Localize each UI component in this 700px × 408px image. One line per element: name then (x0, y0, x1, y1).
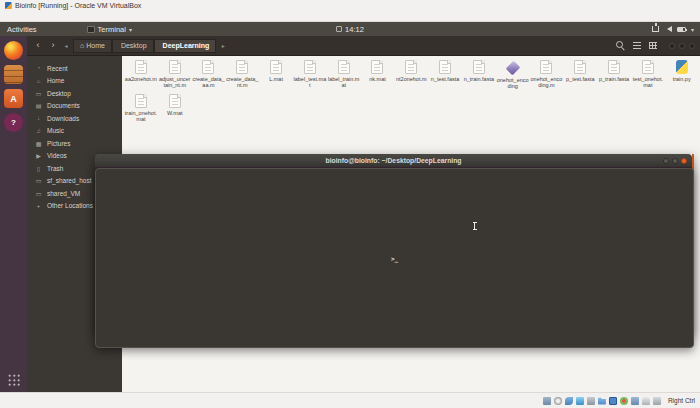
optical-disc-icon[interactable] (554, 397, 562, 405)
terminal-minimize-icon[interactable] (663, 158, 669, 164)
files-app-icon[interactable] (4, 65, 23, 84)
terminal-app-icon[interactable]: >_ (95, 168, 694, 348)
back-button[interactable]: ‹ (32, 41, 44, 50)
file-icon (202, 60, 214, 74)
ubuntu-software-icon[interactable]: A (4, 89, 23, 108)
view-options-icon[interactable] (649, 42, 657, 49)
sidebar-item-label: Trash (47, 165, 63, 172)
file-item[interactable]: nk.mat (361, 60, 395, 89)
file-item[interactable]: create_data_aa.m (192, 60, 226, 89)
file-item[interactable]: train.py (665, 60, 699, 89)
file-item[interactable]: train_onehot.mat (124, 94, 158, 122)
file-icon (338, 60, 350, 74)
file-item[interactable]: nt2onehot.m (394, 60, 428, 89)
file-icon (236, 60, 248, 74)
system-menu-caret: ▾ (691, 26, 694, 33)
file-item[interactable]: p_train.fasta (597, 60, 631, 89)
files-maximize-icon[interactable] (679, 43, 685, 49)
help-icon[interactable]: ? (4, 113, 23, 132)
terminal-close-icon[interactable] (681, 158, 687, 164)
file-item[interactable]: adjust_uncertain_nt.m (158, 60, 192, 89)
virtualbox-logo-icon (5, 2, 12, 9)
file-name: train.py (673, 76, 691, 82)
sidebar-item-icon: ▭ (35, 90, 42, 97)
file-name: n_test.fasta (431, 76, 459, 82)
file-name: label_train.mat (327, 76, 360, 88)
sidebar-item[interactable]: ◔ Recent (27, 62, 122, 75)
virtualbox-window: { "colors": { "accent_orange": "#e8642c"… (0, 0, 700, 408)
file-item[interactable]: test_onehot.mat (631, 60, 665, 89)
usb-icon[interactable] (587, 397, 595, 405)
file-name: test_onehot.mat (631, 76, 664, 88)
terminal-window-controls (663, 158, 692, 164)
forward-button[interactable]: › (47, 41, 59, 50)
file-item[interactable]: p_test.fasta (563, 60, 597, 89)
file-name: W.mat (167, 110, 183, 116)
sidebar-item-label: Desktop (47, 90, 71, 97)
files-close-icon[interactable] (689, 43, 695, 49)
file-item[interactable]: label_train.mat (327, 60, 361, 89)
file-name: p_train.fasta (599, 76, 629, 82)
file-item[interactable]: onehot_encoding.m (530, 60, 564, 89)
firefox-icon[interactable] (4, 41, 23, 60)
app-menu[interactable]: Terminal ▾ (87, 25, 132, 34)
sidebar-item-icon: ▯ (35, 165, 42, 172)
dock-icon-glyph (4, 41, 23, 60)
network-adapter-icon[interactable] (576, 397, 584, 405)
sidebar-item[interactable]: ⌂ Home (27, 75, 122, 88)
terminal-maximize-icon[interactable] (672, 158, 678, 164)
volume-icon (664, 26, 672, 32)
file-item[interactable]: W.mat (158, 94, 192, 122)
file-name: onehot_encoding (496, 77, 529, 89)
recording-icon[interactable] (620, 397, 628, 405)
system-tray[interactable]: ▾ (652, 26, 700, 33)
file-item[interactable]: n_train.fasta (462, 60, 496, 89)
features-icon[interactable] (631, 397, 639, 405)
path-button[interactable]: DeepLearning (154, 39, 217, 53)
file-item[interactable]: L.mat (259, 60, 293, 89)
file-name: adjust_uncertain_nt.m (158, 76, 191, 88)
sidebar-item[interactable]: ▩ Pictures (27, 137, 122, 150)
file-icon (642, 60, 654, 74)
file-item[interactable]: onehot_encoding (496, 60, 530, 89)
search-icon[interactable] (616, 41, 625, 50)
file-icon (405, 60, 417, 74)
vbox-statusbar: Right Ctrl (0, 392, 700, 408)
path-scroll-left-icon[interactable]: ◂ (62, 42, 70, 49)
sidebar-item-label: Videos (47, 152, 67, 159)
file-item[interactable]: label_test.mat (293, 60, 327, 89)
activities-button[interactable]: Activities (7, 25, 37, 34)
path-scroll-right-icon[interactable]: ▸ (219, 42, 227, 49)
list-view-icon[interactable] (633, 42, 641, 49)
file-icon (505, 61, 520, 76)
file-item[interactable]: aa2onehot.m (124, 60, 158, 89)
ubuntu-topbar: Activities Terminal ▾ 14:12 ▾ (0, 22, 700, 36)
harddisk-icon[interactable] (543, 397, 551, 405)
sidebar-item-icon: ↓ (35, 115, 42, 121)
sidebar-item-label: Home (47, 77, 64, 84)
files-minimize-icon[interactable] (669, 43, 675, 49)
mouse-integration-icon[interactable] (642, 397, 650, 405)
shared-folders-icon[interactable] (598, 397, 606, 405)
terminal-titlebar[interactable]: bioinfo@bioinfo: ~/Desktop/DeepLearning (95, 154, 692, 167)
path-button[interactable]: ⌂ Home (73, 39, 112, 53)
path-button[interactable]: Desktop (112, 39, 154, 53)
file-item[interactable]: create_data_nt.m (225, 60, 259, 89)
show-applications-icon[interactable] (7, 373, 20, 386)
file-name: nk.mat (369, 76, 386, 82)
audio-icon[interactable] (565, 397, 573, 405)
sidebar-item[interactable]: ▤ Documents (27, 100, 122, 113)
display-icon[interactable] (609, 397, 617, 405)
calendar-icon (336, 26, 342, 32)
terminal-title: bioinfo@bioinfo: ~/Desktop/DeepLearning (95, 157, 692, 164)
host-key-label: Right Ctrl (668, 397, 695, 404)
file-item[interactable]: n_test.fasta (428, 60, 462, 89)
sidebar-item[interactable]: ♫ Music (27, 125, 122, 138)
sidebar-item[interactable]: ▭ Desktop (27, 87, 122, 100)
clock-label: 14:12 (345, 25, 364, 34)
file-name: create_data_aa.m (192, 76, 225, 88)
dock-icon-glyph (4, 65, 23, 84)
keyboard-icon[interactable] (653, 397, 661, 405)
sidebar-item[interactable]: ↓ Downloads (27, 112, 122, 125)
dock-icon-glyph: >_ (96, 169, 693, 347)
